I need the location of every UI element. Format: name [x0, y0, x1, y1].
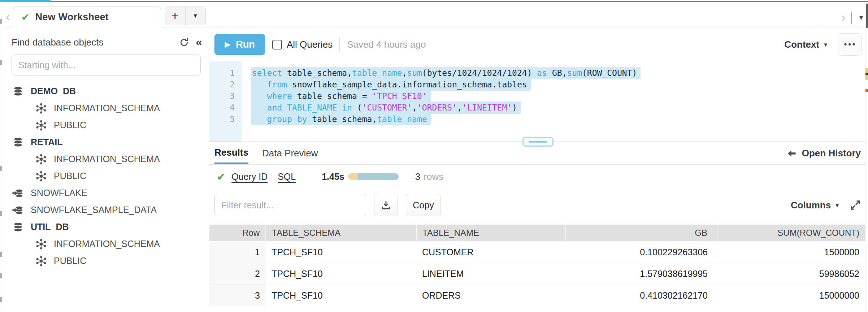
editor-annotation-mark	[865, 89, 868, 92]
database-sidebar: Find database objects « DEMO_DBINFORMATI…	[4, 27, 209, 312]
tree-item-schema[interactable]: INFORMATION_SCHEMA	[4, 151, 209, 168]
tab-results[interactable]: Results	[214, 142, 248, 164]
copy-button-label: Copy	[413, 200, 434, 211]
column-header[interactable]: Row	[209, 225, 266, 241]
context-dropdown[interactable]: Context ▼	[784, 39, 828, 50]
left-edge-fragment	[0, 273, 2, 278]
worksheet-tab-title: New Worksheet	[35, 12, 109, 23]
row-count: 3rows	[415, 171, 443, 182]
row-number-cell: 1	[209, 241, 266, 263]
panel-resize-handle[interactable]	[522, 137, 554, 147]
divider	[851, 12, 852, 24]
tree-item-schema[interactable]: INFORMATION_SCHEMA	[4, 100, 209, 117]
query-duration: 1.45s	[322, 172, 344, 182]
tab-data-preview[interactable]: Data Preview	[262, 142, 318, 164]
tree-item-schema[interactable]: PUBLIC	[4, 252, 209, 269]
tabs-scroll-left-button[interactable]: ‹	[6, 10, 10, 23]
database-tree: DEMO_DBINFORMATION_SCHEMAPUBLICRETAILINF…	[4, 83, 209, 269]
arrow-left-icon	[787, 148, 797, 159]
tree-item-label: PUBLIC	[54, 171, 86, 181]
tabs-scroll-right-button[interactable]: ›	[841, 11, 846, 24]
tree-item-database[interactable]: DEMO_DB	[4, 83, 209, 100]
worksheet-toolbar: ▶ Run All Queries Saved 4 hours ago Cont…	[209, 27, 865, 61]
tree-item-label: SNOWFLAKE_SAMPLE_DATA	[31, 205, 157, 215]
divider	[339, 38, 340, 51]
table-cell: 1.579038619995	[566, 263, 717, 285]
worksheets-menu-button[interactable]: ▼	[858, 14, 864, 22]
filter-results-input[interactable]	[214, 194, 366, 216]
table-cell: 1500000	[717, 241, 865, 263]
sql-editor[interactable]: 1select table_schema,table_name,sum(byte…	[209, 61, 865, 142]
code-line[interactable]: 4 and TABLE_NAME in ('CUSTOMER','ORDERS'…	[209, 102, 865, 113]
code-line[interactable]: 3 where table_schema = 'TPCH_SF10'	[209, 90, 865, 102]
code-line[interactable]: 2 from snowflake_sample_data.information…	[209, 79, 865, 90]
table-row[interactable]: 1TPCH_SF10CUSTOMER0.1002292633061500000	[209, 241, 865, 263]
tree-item-database[interactable]: SNOWFLAKE	[4, 185, 209, 202]
column-header[interactable]: TABLE_SCHEMA	[266, 225, 416, 241]
schema-icon	[35, 255, 48, 268]
refresh-objects-button[interactable]	[179, 38, 189, 48]
table-cell: ORDERS	[416, 285, 566, 306]
tree-item-label: DEMO_DB	[31, 86, 76, 96]
tree-item-label: SNOWFLAKE	[31, 188, 87, 198]
row-number-cell: 3	[209, 285, 266, 306]
scrollbar-thumb[interactable]	[866, 4, 868, 28]
worksheet-tab[interactable]: ✔ New Worksheet	[13, 6, 161, 27]
table-cell: TPCH_SF10	[266, 241, 416, 263]
schema-icon	[35, 119, 48, 132]
schema-icon	[35, 238, 48, 251]
left-edge-fragment	[0, 297, 2, 302]
tree-item-schema[interactable]: INFORMATION_SCHEMA	[4, 235, 209, 252]
new-worksheet-button[interactable]: +	[165, 7, 186, 25]
results-panel: Results Data Preview Open History ✔ Quer…	[209, 142, 865, 306]
tree-item-database[interactable]: UTIL_DB	[4, 218, 209, 235]
expand-results-button[interactable]	[850, 200, 861, 211]
collapsed-left-panel-edge	[0, 2, 4, 312]
table-row[interactable]: 2TPCH_SF10LINEITEM1.57903861999559986052	[209, 263, 865, 285]
tree-item-database[interactable]: SNOWFLAKE_SAMPLE_DATA	[4, 202, 209, 218]
run-button[interactable]: ▶ Run	[214, 34, 265, 55]
tree-item-label: RETAIL	[31, 137, 62, 147]
sql-link[interactable]: SQL	[278, 172, 296, 182]
left-edge-fragment	[0, 252, 2, 257]
results-actions-right: Columns ▼	[791, 200, 861, 211]
column-header[interactable]: TABLE_NAME	[416, 225, 566, 241]
tree-item-label: PUBLIC	[54, 120, 86, 130]
table-cell: LINEITEM	[416, 263, 566, 285]
duration-bar	[348, 173, 399, 180]
code-line[interactable]: 1select table_schema,table_name,sum(byte…	[209, 67, 865, 79]
column-header[interactable]: SUM(ROW_COUNT)	[717, 225, 865, 241]
worksheet-tab-menu-button[interactable]: ▼	[186, 7, 206, 25]
table-cell: 0.410302162170	[566, 285, 717, 306]
tab-bar-right-controls: › ▼	[841, 11, 864, 24]
more-options-button[interactable]: •••	[838, 33, 862, 56]
play-icon: ▶	[225, 40, 230, 49]
duration-bar-cool	[358, 173, 399, 180]
tree-item-label: PUBLIC	[54, 256, 86, 266]
worksheet-tab-bar: ‹ ✔ New Worksheet + ▼ › ▼	[4, 4, 865, 27]
object-search-input[interactable]	[12, 55, 201, 75]
all-queries-checkbox[interactable]	[272, 40, 282, 49]
row-count-value: 3	[415, 171, 420, 182]
ellipsis-icon: •••	[844, 40, 856, 49]
editor-annotation-mark	[865, 73, 868, 75]
column-header[interactable]: GB	[566, 225, 717, 241]
columns-dropdown[interactable]: Columns ▼	[791, 200, 840, 211]
schema-icon	[35, 153, 48, 166]
code-line[interactable]: 5 group by table_schema,table_name	[209, 113, 865, 125]
tree-item-schema[interactable]: PUBLIC	[4, 117, 209, 134]
line-number: 4	[209, 102, 242, 113]
line-number: 3	[209, 90, 242, 102]
query-success-icon: ✔	[217, 170, 226, 183]
table-row[interactable]: 3TPCH_SF10ORDERS0.41030216217015000000	[209, 285, 865, 306]
tree-item-schema[interactable]: PUBLIC	[4, 168, 209, 185]
tree-item-database[interactable]: RETAIL	[4, 134, 209, 151]
collapse-sidebar-button[interactable]: «	[196, 36, 202, 48]
query-id-link[interactable]: Query ID	[231, 172, 268, 182]
open-history-button[interactable]: Open History	[787, 142, 865, 164]
table-header-row: RowTABLE_SCHEMATABLE_NAMEGBSUM(ROW_COUNT…	[209, 225, 865, 241]
copy-results-button[interactable]: Copy	[406, 194, 441, 216]
all-queries-toggle[interactable]: All Queries	[272, 39, 333, 50]
table-cell: 0.100229263306	[566, 241, 717, 263]
download-results-button[interactable]	[374, 194, 398, 216]
